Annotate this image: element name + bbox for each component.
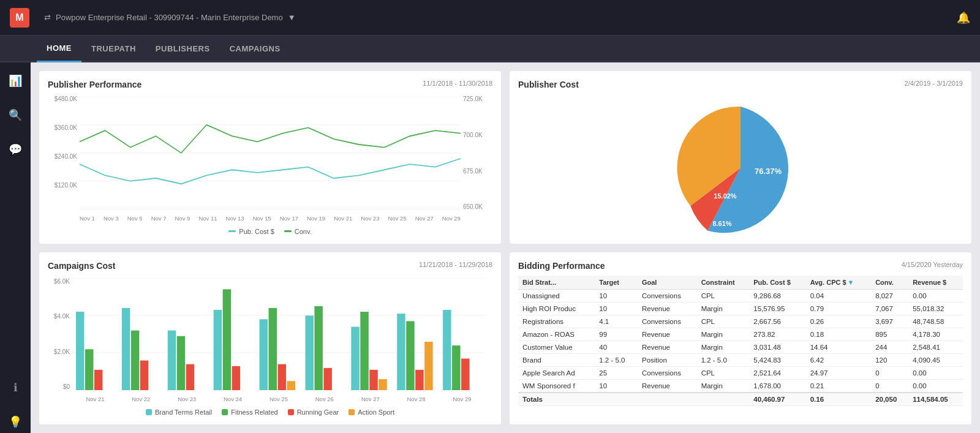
col-constraint[interactable]: Constraint: [697, 276, 750, 290]
app-logo[interactable]: M: [10, 8, 29, 28]
cell-target: 4.1: [595, 315, 638, 328]
sidebar-icon-idea[interactable]: 💡: [4, 411, 26, 433]
cell-constraint: Margin: [697, 379, 750, 393]
sidebar-icon-search[interactable]: 🔍: [4, 104, 26, 126]
cell-goal: Revenue: [638, 302, 697, 315]
cell-conv: 8,027: [871, 289, 908, 302]
cell-goal: Revenue: [638, 379, 697, 393]
legend-brand-terms: Brand Terms Retail: [146, 409, 212, 416]
cell-strategy: High ROI Produc: [518, 302, 595, 315]
table-row[interactable]: Unassigned 10 Conversions CPL 9,286.68 0…: [518, 289, 963, 302]
sidebar-icon-chat[interactable]: 💬: [4, 138, 26, 160]
y-axis-right: 725.0K700.0K675.0K650.0K: [461, 94, 492, 211]
campaigns-cost-header: Campaigns Cost 11/21/2018 - 11/29/2018: [48, 261, 492, 271]
pie-chart-container: 76.37% 8.61% 15.02% Pub. Cost $: [518, 94, 963, 244]
dropdown-icon[interactable]: ▼: [288, 13, 296, 22]
svg-rect-16: [177, 336, 185, 390]
svg-rect-36: [443, 310, 451, 390]
svg-rect-38: [461, 358, 469, 390]
publisher-performance-chart: $480.0K$360.0K$240.0K$120.0K 725.0K700.0…: [48, 94, 492, 223]
bar-chart-container: $6.0K$4.0K$2.0K$0: [48, 276, 492, 404]
table-row[interactable]: Apple Search Ad 25 Conversions CPL 2,521…: [518, 366, 963, 379]
svg-rect-31: [379, 379, 386, 390]
table-row[interactable]: WM Sponsored f 10 Revenue Margin 1,678.0…: [518, 379, 963, 393]
publisher-cost-title: Publisher Cost: [518, 80, 579, 89]
col-pub-cost[interactable]: Pub. Cost $: [749, 276, 805, 290]
svg-rect-28: [351, 326, 359, 390]
pie-chart-svg: 76.37% 8.61% 15.02% Pub. Cost $: [649, 94, 832, 244]
svg-rect-20: [232, 366, 240, 390]
svg-rect-34: [415, 369, 423, 390]
table-row[interactable]: High ROI Produc 10 Revenue Margin 15,576…: [518, 302, 963, 315]
totals-conv: 20,050: [871, 393, 908, 406]
x-axis-labels: Nov 1Nov 3Nov 5Nov 7Nov 9 Nov 11Nov 13No…: [80, 215, 461, 222]
cell-revenue: 55,018.32: [908, 302, 963, 315]
col-target[interactable]: Target: [595, 276, 638, 290]
cell-avg-cpc: 6.42: [806, 353, 871, 366]
legend-running: Running Gear: [288, 409, 339, 416]
col-bid-strat[interactable]: Bid Strat...: [518, 276, 595, 290]
bidding-table: Bid Strat... Target Goal Constraint Pub.…: [518, 276, 963, 406]
legend-pub-cost: Pub. Cost $: [228, 228, 274, 235]
sort-arrow: ▼: [848, 279, 854, 286]
publisher-cost-card: Publisher Cost 2/4/2019 - 3/1/2019 76.37…: [510, 71, 971, 244]
bidding-table-container[interactable]: Bid Strat... Target Goal Constraint Pub.…: [518, 276, 963, 416]
legend-conv-label: Conv.: [295, 228, 312, 235]
y-axis-left: $480.0K$360.0K$240.0K$120.0K: [48, 94, 80, 211]
svg-rect-27: [323, 367, 331, 390]
bell-icon[interactable]: 🔔: [957, 11, 970, 24]
account-info: ⇄ Powpow Enterprise Retail - 309909744 -…: [44, 13, 296, 22]
legend-running-label: Running Gear: [297, 409, 339, 416]
line-chart-area: [80, 97, 461, 209]
cell-revenue: 4,178.30: [908, 328, 963, 341]
nav-item-publishers[interactable]: PUBLISHERS: [146, 36, 220, 61]
cell-strategy: Apple Search Ad: [518, 366, 595, 379]
pie-label-orange: 15.02%: [714, 192, 737, 200]
bidding-performance-title: Bidding Performance: [518, 261, 605, 271]
main-content: Publisher Performance 11/1/2018 - 11/30/…: [31, 62, 980, 433]
cell-strategy: Brand: [518, 353, 595, 366]
cell-pub-cost: 273.82: [749, 328, 805, 341]
cell-revenue: 48,748.58: [908, 315, 963, 328]
col-goal[interactable]: Goal: [638, 276, 697, 290]
cell-avg-cpc: 0.21: [806, 379, 871, 393]
nav-item-home[interactable]: HOME: [37, 36, 81, 62]
svg-rect-30: [369, 369, 377, 390]
col-avg-cpc[interactable]: Avg. CPC $▼: [806, 276, 871, 290]
cell-revenue: 2,548.41: [908, 341, 963, 353]
cell-pub-cost: 15,576.95: [749, 302, 805, 315]
svg-rect-21: [260, 319, 268, 390]
table-row[interactable]: Customer Value 40 Revenue Margin 3,031.4…: [518, 341, 963, 353]
cell-target: 10: [595, 379, 638, 393]
table-row[interactable]: Amazon - ROAS 99 Revenue Margin 273.82 0…: [518, 328, 963, 341]
publisher-performance-card: Publisher Performance 11/1/2018 - 11/30/…: [39, 71, 501, 244]
col-conv[interactable]: Conv.: [871, 276, 908, 290]
cell-revenue: 4,090.45: [908, 353, 963, 366]
col-revenue[interactable]: Revenue $: [908, 276, 963, 290]
publisher-cost-header: Publisher Cost 2/4/2019 - 3/1/2019: [518, 80, 963, 89]
table-row[interactable]: Registrations 4.1 Conversions CPL 2,667.…: [518, 315, 963, 328]
cell-conv: 0: [871, 379, 908, 393]
bidding-performance-header: Bidding Performance 4/15/2020 Yesterday: [518, 261, 963, 271]
nav-item-truepath[interactable]: TRUEPATH: [81, 36, 146, 61]
cell-pub-cost: 9,286.68: [749, 289, 805, 302]
cell-avg-cpc: 0.04: [806, 289, 871, 302]
svg-rect-26: [314, 306, 322, 390]
cell-goal: Conversions: [638, 366, 697, 379]
cell-constraint: Margin: [697, 328, 750, 341]
sidebar-icon-info[interactable]: ℹ: [4, 377, 26, 399]
publisher-performance-header: Publisher Performance 11/1/2018 - 11/30/…: [48, 80, 492, 89]
sidebar-icon-analytics[interactable]: 📊: [4, 70, 26, 92]
table-row[interactable]: Brand 1.2 - 5.0 Position 1.2 - 5.0 5,424…: [518, 353, 963, 366]
topbar: M ⇄ Powpow Enterprise Retail - 309909744…: [0, 0, 980, 36]
svg-rect-33: [406, 321, 414, 390]
cell-target: 1.2 - 5.0: [595, 353, 638, 366]
publisher-performance-date: 11/1/2018 - 11/30/2018: [423, 80, 492, 87]
svg-rect-24: [287, 381, 295, 390]
totals-avg-cpc: 0.16: [806, 393, 871, 406]
nav-item-campaigns[interactable]: CAMPAIGNS: [220, 36, 290, 61]
svg-rect-17: [186, 364, 194, 390]
connection-icon: ⇄: [44, 13, 51, 22]
cell-target: 25: [595, 366, 638, 379]
legend-action-label: Action Sport: [358, 409, 394, 416]
